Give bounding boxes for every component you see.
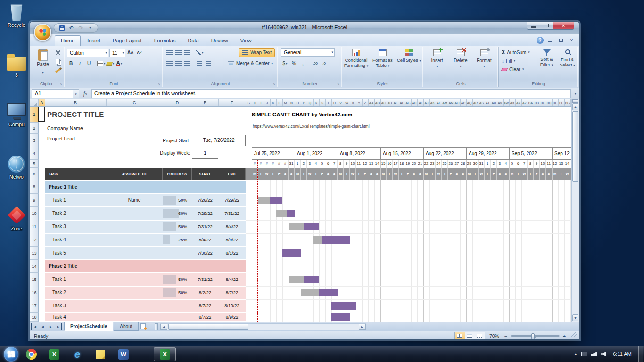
name-box[interactable]: A1 — [32, 89, 73, 98]
orientation-button[interactable]: ▾ — [195, 49, 204, 57]
column-header-O[interactable]: O — [295, 99, 301, 107]
delete-cells-button[interactable]: Delete▾ — [450, 48, 471, 81]
sort-filter-button[interactable]: Sort & Filter ▾ — [537, 48, 557, 81]
zoom-slider-thumb[interactable] — [531, 333, 535, 339]
workbook-close-button[interactable]: × — [567, 36, 576, 44]
column-header-AQ[interactable]: AQ — [466, 99, 473, 107]
tab-insert[interactable]: Insert — [82, 36, 106, 46]
cell-styles-button[interactable]: Cell Styles ▾ — [396, 48, 422, 81]
tray-volume-icon[interactable] — [601, 352, 606, 357]
column-header-AU[interactable]: AU — [491, 99, 497, 107]
column-header-M[interactable]: M — [282, 99, 289, 107]
align-left-button[interactable] — [165, 59, 173, 67]
insert-function-button[interactable]: fx — [79, 90, 91, 97]
insert-cells-button[interactable]: Insert▾ — [426, 48, 448, 81]
column-header-AT[interactable]: AT — [485, 99, 491, 107]
desktop-icon-folder[interactable]: 3 — [2, 53, 31, 78]
percent-style-button[interactable]: % — [290, 59, 298, 67]
column-header-AF[interactable]: AF — [399, 99, 405, 107]
column-header-AH[interactable]: AH — [411, 99, 418, 107]
workbook-minimize-button[interactable] — [545, 36, 554, 44]
column-header-V[interactable]: V — [338, 99, 344, 107]
project-start-value[interactable]: Tue, 7/26/2022 — [192, 135, 246, 146]
zoom-in-button[interactable]: + — [562, 333, 567, 339]
row-header-4[interactable]: 4 — [30, 147, 39, 160]
accounting-format-button[interactable]: $▾ — [281, 59, 289, 67]
scroll-left-button[interactable]: ◄ — [160, 324, 167, 330]
sheet-tab-projectschedule[interactable]: ProjectSchedule — [64, 322, 113, 331]
column-header-BD[interactable]: BD — [546, 99, 553, 107]
align-top-button[interactable] — [165, 49, 173, 57]
font-name-select[interactable]: Calibri▾ — [67, 49, 108, 57]
scroll-up-button[interactable]: ▲ — [572, 103, 578, 110]
column-header-Z[interactable]: Z — [362, 99, 369, 107]
column-header-H[interactable]: H — [252, 99, 258, 107]
row-header-2[interactable]: 2 — [30, 123, 39, 134]
fill-button[interactable]: ↓Fill▾ — [502, 57, 515, 65]
row-header-11[interactable]: 11 — [30, 220, 39, 233]
column-header-AJ[interactable]: AJ — [423, 99, 430, 107]
row-header-5[interactable]: 5 — [30, 160, 39, 168]
name-box-dropdown[interactable]: ▾ — [73, 89, 79, 98]
horizontal-scrollbar[interactable]: ◄ ► — [160, 323, 366, 330]
column-header-D[interactable]: D — [163, 99, 192, 107]
next-sheet-button[interactable]: ► — [47, 323, 54, 330]
column-header-Y[interactable]: Y — [356, 99, 363, 107]
row-header-13[interactable]: 13 — [30, 247, 39, 260]
column-header-BB[interactable]: BB — [534, 99, 540, 107]
row-header-15[interactable]: 15 — [30, 273, 39, 286]
fill-color-button[interactable]: ▾ — [107, 59, 115, 67]
increase-decimal-button[interactable]: .00 — [311, 59, 319, 67]
last-sheet-button[interactable]: ► — [55, 323, 62, 330]
column-header-X[interactable]: X — [350, 99, 356, 107]
tab-home[interactable]: Home — [55, 35, 81, 46]
scroll-right-button[interactable]: ► — [359, 324, 366, 330]
formula-input[interactable]: Create a Project Schedule in this worksh… — [91, 89, 571, 98]
decrease-decimal-button[interactable]: .0 — [320, 59, 328, 67]
column-header-B[interactable]: B — [45, 99, 107, 107]
window-minimize-button[interactable] — [527, 22, 540, 30]
column-header-C[interactable]: C — [106, 99, 163, 107]
column-header-J[interactable]: J — [264, 99, 271, 107]
copy-button[interactable] — [54, 58, 62, 66]
shrink-font-button[interactable]: A˅ — [135, 49, 143, 57]
column-header-AE[interactable]: AE — [393, 99, 399, 107]
row-header-6[interactable]: 6 — [30, 168, 39, 180]
column-header-AD[interactable]: AD — [387, 99, 393, 107]
column-header-AK[interactable]: AK — [429, 99, 436, 107]
column-header-AN[interactable]: AN — [448, 99, 454, 107]
decrease-indent-button[interactable] — [195, 59, 203, 67]
taskbar-notes-button[interactable] — [94, 348, 107, 361]
column-header-BC[interactable]: BC — [540, 99, 546, 107]
conditional-formatting-button[interactable]: Conditional Formatting ▾ — [343, 48, 369, 81]
column-header-AC[interactable]: AC — [380, 99, 387, 107]
wrap-text-button[interactable]: Wrap Text — [239, 48, 275, 57]
clear-button[interactable]: Clear▾ — [502, 66, 524, 73]
column-header-AA[interactable]: AA — [368, 99, 375, 107]
column-header-A[interactable]: A — [39, 99, 45, 107]
column-header-AI[interactable]: AI — [417, 99, 424, 107]
column-header-AX[interactable]: AX — [509, 99, 516, 107]
column-header-AB[interactable]: AB — [374, 99, 381, 107]
autosum-button[interactable]: ΣAutoSum▾ — [502, 49, 530, 56]
number-format-select[interactable]: General▾ — [281, 48, 335, 57]
column-header-AM[interactable]: AM — [442, 99, 448, 107]
column-header-BE[interactable]: BE — [552, 99, 559, 107]
align-center-button[interactable] — [174, 59, 182, 67]
insert-worksheet-button[interactable] — [140, 323, 151, 330]
column-header-AS[interactable]: AS — [479, 99, 485, 107]
row-header-17[interactable]: 17 — [30, 299, 39, 313]
desktop-icon-computer[interactable]: Compu — [2, 103, 31, 127]
column-header-AY[interactable]: AY — [515, 99, 522, 107]
row-header-10[interactable]: 10 — [30, 207, 39, 220]
column-header-N[interactable]: N — [289, 99, 295, 107]
column-header-AG[interactable]: AG — [405, 99, 412, 107]
column-header-U[interactable]: U — [331, 99, 338, 107]
column-header-AP[interactable]: AP — [460, 99, 467, 107]
taskbar-excel-window-button[interactable]: X — [154, 347, 176, 361]
vertical-scrollbar[interactable]: ▲ ▼ — [571, 99, 579, 322]
title-bar[interactable]: ↶ ↷ ▾ tf16400962_win321 - Microsoft Exce… — [30, 22, 579, 34]
column-header-L[interactable]: L — [276, 99, 283, 107]
taskbar-chrome-button[interactable] — [25, 348, 38, 361]
office-button[interactable] — [34, 24, 51, 41]
